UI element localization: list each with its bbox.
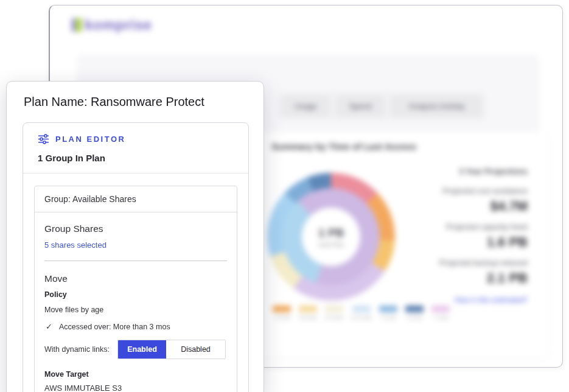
background-tab-bar: Usage Spend Analysis Activity	[278, 92, 486, 121]
dynamic-links-row: With dynamic links: Enabled Disabled	[44, 340, 227, 359]
group-header[interactable]: Group: Available Shares	[35, 186, 237, 212]
tab-spend[interactable]: Spend	[336, 96, 385, 117]
move-section-title: Move	[44, 273, 227, 284]
shares-selected-link[interactable]: 5 shares selected	[44, 240, 227, 250]
projection-value: $4.7M	[490, 198, 528, 214]
summary-chart-card: Summary by Time of Last Access 1 PB Used…	[232, 131, 549, 358]
plan-editor-label: PLAN EDITOR	[55, 135, 125, 144]
projection-value: 1.6 PB	[487, 234, 528, 250]
donut-chart: 1 PB Used Files	[267, 173, 395, 301]
policy-label: Policy	[44, 290, 227, 299]
legend-swatch	[352, 306, 371, 312]
plan-name-title: Plan Name: Ransomware Protect	[24, 95, 249, 109]
projection-value: 2.1 PB	[487, 270, 528, 286]
dynamic-links-toggle: Enabled Disabled	[117, 340, 226, 359]
projection-label: Projected backup reduced	[439, 259, 528, 267]
checkmark-icon: ✓	[46, 322, 52, 331]
legend-item: 9-12 mos	[351, 306, 371, 320]
legend-swatch	[379, 306, 397, 312]
projections-heading: 3 Year Projections	[459, 167, 528, 176]
enabled-button[interactable]: Enabled	[118, 340, 166, 359]
disabled-button[interactable]: Disabled	[166, 340, 225, 359]
move-target-value: AWS IMMUTABLE S3	[44, 383, 227, 392]
legend-item: 3-6 mos	[299, 306, 317, 320]
projections-panel: 3 Year Projections Projected cost avoida…	[403, 167, 528, 304]
komprise-logo-icon	[72, 18, 82, 32]
section-divider	[44, 261, 227, 261]
accessed-rule-row: ✓ Accessed over: More than 3 mos	[46, 322, 227, 331]
dynamic-links-label: With dynamic links:	[44, 345, 110, 354]
legend-item: > 3 yrs	[431, 306, 450, 320]
legend-swatch	[325, 306, 343, 312]
donut-center-caption: Used Files	[318, 242, 344, 248]
donut-center: 1 PB Used Files	[302, 208, 360, 266]
estimation-info-link[interactable]: How is this estimated?	[455, 296, 528, 304]
donut-center-value: 1 PB	[318, 226, 344, 240]
policy-rule-text: Move files by age	[44, 306, 227, 314]
legend-swatch	[299, 306, 317, 312]
move-target-label: Move Target	[44, 370, 227, 379]
komprise-logo: komprise	[72, 16, 152, 33]
legend-item: < 3 mos	[273, 306, 291, 320]
chart-heading: Summary by Time of Last Access	[271, 141, 416, 152]
screenshot-root: komprise Usage Spend Analysis Activity S…	[0, 0, 569, 392]
group-body: Group Shares 5 shares selected Move Poli…	[35, 212, 237, 392]
legend-swatch	[405, 306, 424, 312]
accessed-rule-text: Accessed over: More than 3 mos	[59, 323, 170, 331]
projection-label: Projected capacity freed	[446, 223, 528, 231]
legend-item: 2-3 yrs	[405, 306, 424, 320]
projection-label: Projected cost avoidance	[442, 187, 528, 195]
legend-item: 1-2 yrs	[379, 306, 397, 320]
group-box: Group: Available Shares Group Shares 5 s…	[34, 186, 237, 392]
groups-in-plan-count: 1 Group In Plan	[38, 153, 234, 163]
plan-editor-modal: Plan Name: Ransomware Protect	[6, 81, 264, 392]
group-shares-title: Group Shares	[44, 223, 227, 234]
legend-item: 6-9 mos	[325, 306, 343, 320]
komprise-logo-text: komprise	[85, 16, 152, 33]
tab-usage[interactable]: Usage	[281, 96, 330, 117]
legend-swatch	[273, 306, 291, 312]
tab-analysis-activity[interactable]: Analysis Activity	[391, 96, 482, 117]
legend-swatch	[431, 306, 450, 312]
plan-editor-header: PLAN EDITOR 1 Group In Plan	[23, 123, 248, 173]
plan-editor-body: Group: Available Shares Group Shares 5 s…	[23, 173, 248, 392]
sliders-icon	[38, 134, 49, 144]
plan-editor-panel: PLAN EDITOR 1 Group In Plan Group: Avail…	[23, 122, 249, 392]
chart-legend: < 3 mos 3-6 mos 6-9 mos 9-12 mos	[273, 306, 450, 320]
